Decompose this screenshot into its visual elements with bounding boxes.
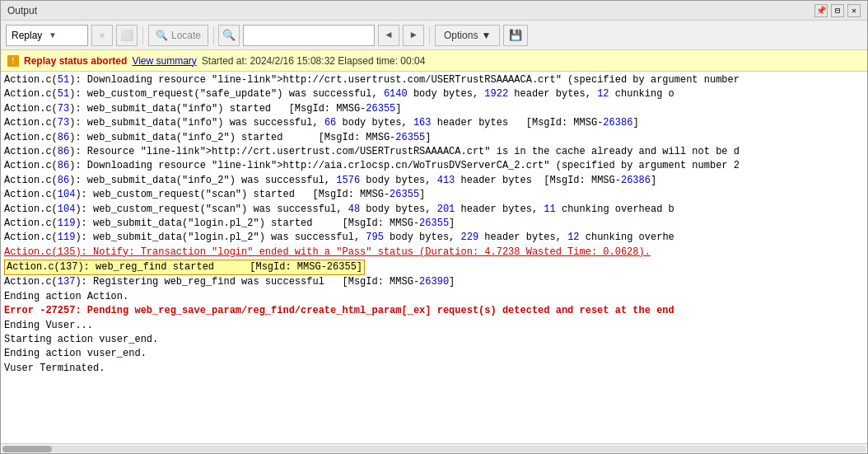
window-title: Output xyxy=(7,5,37,16)
options-button[interactable]: Options ▼ xyxy=(435,25,500,46)
delete-button[interactable]: ✕ xyxy=(91,25,113,46)
status-aborted-label: Replay status aborted xyxy=(24,55,127,67)
save-button[interactable]: 💾 xyxy=(503,25,528,46)
output-line: Action.c(137): Registering web_reg_find … xyxy=(4,275,864,289)
output-line: Action.c(86): web_submit_data("info_2") … xyxy=(4,131,864,145)
output-window: Output 📌 ⊟ ✕ Replay ▼ ✕ ⬜ 🔍 Locate 🔍 ◄ ► xyxy=(0,0,868,454)
output-line: Vuser Terminated. xyxy=(4,362,864,376)
status-time-label: Started at: 2024/2/16 15:08:32 Elapsed t… xyxy=(202,55,426,67)
close-button[interactable]: ✕ xyxy=(847,4,861,17)
scrollbar-thumb[interactable] xyxy=(2,446,52,452)
pin-button[interactable]: 📌 xyxy=(814,4,828,17)
output-line: Action.c(135): Notify: Transaction "logi… xyxy=(4,246,864,260)
locate-button[interactable]: 🔍 Locate xyxy=(148,25,208,46)
separator-3 xyxy=(429,26,430,44)
output-line: Ending Vuser... xyxy=(4,319,864,333)
search-icon-button[interactable]: 🔍 xyxy=(218,25,240,46)
output-line: Ending action vuser_end. xyxy=(4,347,864,361)
output-line: Ending action Action. xyxy=(4,290,864,304)
horizontal-scrollbar[interactable] xyxy=(1,443,867,453)
scrollbar-track xyxy=(2,446,866,452)
status-bar: ! Replay status aborted View summary Sta… xyxy=(1,50,867,72)
dropdown-arrow-icon: ▼ xyxy=(49,30,82,40)
output-area[interactable]: Action.c(51): Downloading resource "line… xyxy=(1,72,867,443)
output-line: Action.c(51): Downloading resource "line… xyxy=(4,73,864,87)
output-line: Error -27257: Pending web_reg_save_param… xyxy=(4,304,864,318)
output-line: Action.c(104): web_custom_request("scan"… xyxy=(4,188,864,202)
toolbar: Replay ▼ ✕ ⬜ 🔍 Locate 🔍 ◄ ► Options ▼ 💾 xyxy=(1,21,867,50)
title-bar: Output 📌 ⊟ ✕ xyxy=(1,1,867,21)
options-label: Options xyxy=(444,30,478,41)
output-line: Action.c(73): web_submit_data("info") st… xyxy=(4,102,864,116)
output-line: Action.c(51): web_custom_request("safe_u… xyxy=(4,87,864,101)
separator-2 xyxy=(213,26,214,44)
search-input[interactable] xyxy=(243,25,375,46)
separator-1 xyxy=(142,26,143,44)
nav-back-button[interactable]: ◄ xyxy=(378,25,399,46)
copy-button[interactable]: ⬜ xyxy=(116,25,138,46)
locate-icon: 🔍 xyxy=(156,30,168,41)
float-button[interactable]: ⊟ xyxy=(831,4,844,17)
nav-forward-button[interactable]: ► xyxy=(403,25,424,46)
title-bar-controls: 📌 ⊟ ✕ xyxy=(814,4,861,17)
replay-dropdown[interactable]: Replay ▼ xyxy=(6,25,88,46)
output-line: Starting action vuser_end. xyxy=(4,333,864,347)
output-line: Action.c(119): web_submit_data("login.pl… xyxy=(4,231,864,245)
warning-icon: ! xyxy=(7,55,19,67)
output-line: Action.c(119): web_submit_data("login.pl… xyxy=(4,217,864,231)
view-summary-link[interactable]: View summary xyxy=(132,55,196,67)
output-line: Action.c(86): web_submit_data("info_2") … xyxy=(4,174,864,188)
output-line: Action.c(86): Resource "line-link">http:… xyxy=(4,145,864,159)
options-arrow-icon: ▼ xyxy=(481,30,491,41)
replay-label: Replay xyxy=(12,30,45,41)
output-line: Action.c(86): Downloading resource "line… xyxy=(4,159,864,173)
output-line: Action.c(104): web_custom_request("scan"… xyxy=(4,203,864,217)
output-line: Action.c(137): web_reg_find started [Msg… xyxy=(4,260,864,275)
output-line: Action.c(73): web_submit_data("info") wa… xyxy=(4,116,864,130)
locate-label: Locate xyxy=(171,30,201,41)
